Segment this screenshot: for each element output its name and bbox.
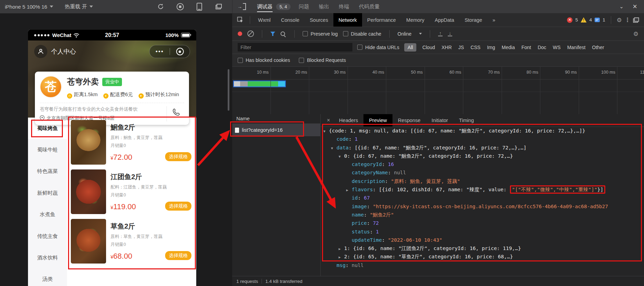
tab-overflow-chevron[interactable]: » xyxy=(487,13,500,27)
tab-network[interactable]: Network xyxy=(333,13,362,27)
preview-line[interactable]: id: 67 xyxy=(321,194,644,202)
filter-input[interactable] xyxy=(238,43,352,52)
details-tab-headers[interactable]: Headers xyxy=(333,114,363,127)
has-blocked-cookies-checkbox[interactable] xyxy=(238,58,243,63)
preview-line[interactable]: ▶1: {id: 66, name: "江团鱼2斤", categoryId: … xyxy=(321,244,644,252)
filter-type-doc[interactable]: Doc xyxy=(537,43,547,52)
multi-window-button[interactable] xyxy=(215,3,222,10)
dish-card[interactable]: 鮰鱼2斤原料：鮰鱼，黄豆芽，莲藕月销量0¥72.00选择规格 xyxy=(71,120,193,166)
kebab-menu-icon[interactable]: ⋮ xyxy=(625,17,630,23)
details-tab-timing[interactable]: Timing xyxy=(454,114,480,127)
category-item[interactable]: 新鲜时蔬 xyxy=(28,182,67,204)
preview-line[interactable]: price: 72 xyxy=(321,219,644,227)
inspect-element-icon[interactable] xyxy=(237,17,244,23)
refresh-button[interactable] xyxy=(157,3,164,10)
filter-type-ws[interactable]: WS xyxy=(552,43,561,52)
preview-line[interactable]: categoryName: null xyxy=(321,168,644,177)
filter-funnel-icon[interactable] xyxy=(270,31,275,36)
expand-toggle-icon[interactable]: ▼ xyxy=(323,127,329,136)
filter-type-cloud[interactable]: Cloud xyxy=(422,43,436,52)
close-details-icon[interactable]: × xyxy=(323,117,333,123)
tab-storage[interactable]: Storage xyxy=(460,13,487,27)
tab-code-quality[interactable]: 代码质量 xyxy=(354,0,385,13)
choose-spec-button[interactable]: 选择规格 xyxy=(165,251,191,260)
error-icon[interactable]: ✕ xyxy=(567,17,572,23)
category-item[interactable]: 酒水饮料 xyxy=(28,247,67,268)
category-item[interactable]: 汤类 xyxy=(28,269,67,286)
tab-wxml[interactable]: Wxml xyxy=(253,13,276,27)
expand-toggle-icon[interactable]: ▶ xyxy=(339,245,344,253)
tab-sources[interactable]: Sources xyxy=(304,13,333,27)
category-item[interactable]: 蜀味牛蛙 xyxy=(28,139,67,160)
device-selector[interactable]: iPhone 5 100% 16 xyxy=(5,4,53,10)
preserve-log-checkbox[interactable] xyxy=(303,31,308,36)
category-item[interactable]: 传统主食 xyxy=(28,225,67,247)
import-har-button[interactable]: ↑ xyxy=(438,31,443,36)
preview-line[interactable]: description: "原料: 鮰鱼, 黄豆芽, 莲藕" xyxy=(321,177,644,185)
filter-type-js[interactable]: JS xyxy=(458,43,465,52)
dock-side-icon[interactable] xyxy=(633,17,639,22)
exit-mini-program-button[interactable] xyxy=(176,48,184,55)
warning-icon[interactable]: ! xyxy=(581,17,587,22)
preview-line[interactable]: ▼{code: 1, msg: null, data: [{id: 67, na… xyxy=(321,127,644,135)
preview-line[interactable]: updateTime: "2022-06-10 10:43" xyxy=(321,236,644,244)
close-button[interactable]: × xyxy=(633,3,637,10)
export-har-button[interactable]: ↓ xyxy=(448,31,452,36)
network-settings-gear-icon[interactable]: ⚙ xyxy=(633,30,644,37)
hot-reload-toggle[interactable]: 热重载 开 xyxy=(65,3,93,10)
tab-problems[interactable]: 问题 xyxy=(294,0,314,13)
category-item[interactable]: 水煮鱼 xyxy=(28,204,67,225)
preview-line[interactable]: ▶2: {id: 65, name: "草鱼2斤", categoryId: 1… xyxy=(321,252,644,261)
stop-button[interactable] xyxy=(176,3,184,10)
personal-center-button[interactable] xyxy=(34,45,47,58)
preview-line[interactable]: msg: null xyxy=(321,261,644,269)
choose-spec-button[interactable]: 选择规格 xyxy=(165,202,191,211)
filter-type-img[interactable]: Img xyxy=(486,43,496,52)
tab-output[interactable]: 输出 xyxy=(314,0,334,13)
details-tab-initiator[interactable]: Initiator xyxy=(426,114,454,127)
expand-toggle-icon[interactable]: ▶ xyxy=(346,186,352,194)
tab-performance[interactable]: Performance xyxy=(362,13,401,27)
throttling-select[interactable]: Online xyxy=(398,31,422,37)
scrollbar[interactable] xyxy=(228,69,229,111)
network-timeline[interactable]: 110 ms100 ms90 ms80 ms70 ms60 ms50 ms40 … xyxy=(232,67,644,114)
details-tab-preview[interactable]: Preview xyxy=(363,114,392,127)
details-tab-response[interactable]: Response xyxy=(392,114,426,127)
preview-line[interactable]: ▼data: [{id: 67, name: "鮰鱼2斤", categoryI… xyxy=(321,144,644,152)
name-column-header[interactable]: Name xyxy=(232,114,320,124)
preview-line[interactable]: ▶flavors: [{id: 102, dishId: 67, name: "… xyxy=(321,185,644,194)
filter-type-css[interactable]: CSS xyxy=(470,43,481,52)
preview-line[interactable]: image: "https://sky-itcast.oss-cn-beijin… xyxy=(321,202,644,211)
phone-preview-button[interactable] xyxy=(196,3,203,10)
preview-line[interactable]: status: 1 xyxy=(321,228,644,236)
preview-line[interactable]: code: 1 xyxy=(321,135,644,143)
record-button[interactable] xyxy=(238,31,242,36)
tab-memory[interactable]: Memory xyxy=(401,13,429,27)
filter-type-manifest[interactable]: Manifest xyxy=(567,43,586,52)
disable-cache-checkbox[interactable] xyxy=(343,31,348,36)
tab-console[interactable]: Console xyxy=(276,13,304,27)
preview-line[interactable]: ▼0: {id: 67, name: "鮰鱼2斤", categoryId: 1… xyxy=(321,152,644,160)
expand-toggle-icon[interactable]: ▼ xyxy=(331,144,337,153)
dish-card[interactable]: 江团鱼2斤配料：江团鱼，黄豆芽，莲藕月销量0¥119.00选择规格 xyxy=(71,169,193,215)
expand-toggle-icon[interactable]: ▼ xyxy=(339,153,344,161)
blocked-requests-checkbox[interactable] xyxy=(299,58,304,63)
search-icon[interactable] xyxy=(281,31,286,36)
message-icon[interactable] xyxy=(595,18,600,22)
tab-terminal[interactable]: 终端 xyxy=(334,0,354,13)
filter-type-all[interactable]: All xyxy=(404,43,417,52)
preview-line[interactable]: categoryId: 16 xyxy=(321,160,644,168)
dish-card[interactable]: 草鱼2斤原料：草鱼，黄豆芽，莲藕月销量0¥68.00选择规格 xyxy=(71,219,193,265)
filter-type-font[interactable]: Font xyxy=(521,43,532,52)
hide-data-urls-checkbox[interactable] xyxy=(357,45,362,50)
phone-call-button[interactable] xyxy=(172,108,181,117)
preview-line[interactable]: name: "鮰鱼2斤" xyxy=(321,211,644,219)
collapse-chevron-icon[interactable]: ⌄ xyxy=(619,3,624,10)
tab-appdata[interactable]: AppData xyxy=(429,13,459,27)
request-row[interactable]: list?categoryId=16 xyxy=(232,124,320,136)
filter-type-media[interactable]: Media xyxy=(501,43,515,52)
more-options-button[interactable]: ••• xyxy=(155,50,164,53)
tab-debugger[interactable]: 调试器 xyxy=(252,0,277,13)
category-item[interactable]: 特色蒸菜 xyxy=(28,161,67,182)
filter-type-xhr[interactable]: XHR xyxy=(441,43,453,52)
